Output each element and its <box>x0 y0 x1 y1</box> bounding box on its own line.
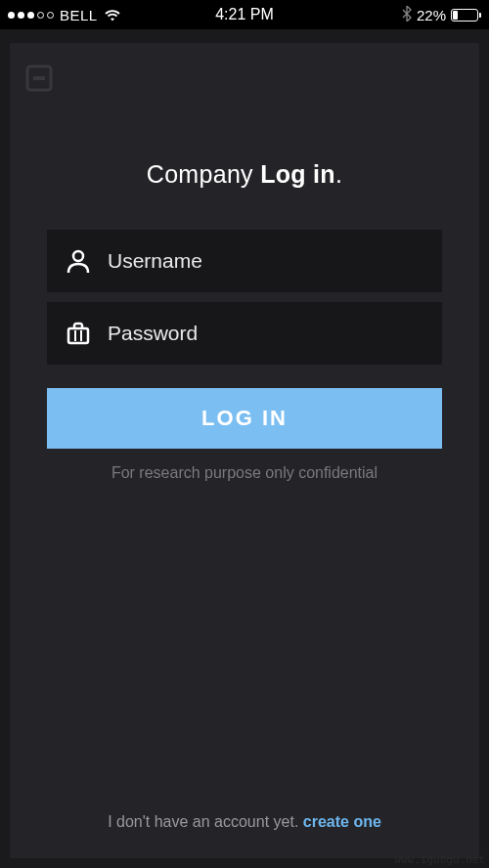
signal-strength-icon <box>8 12 54 19</box>
menu-icon <box>23 63 55 94</box>
status-bar-right: 22% <box>402 6 481 24</box>
footer-text: I don't have an account yet. <box>108 813 303 830</box>
app-screen: Company Log in. <box>10 43 479 858</box>
bluetooth-icon <box>402 6 412 24</box>
login-form: LOG IN For research purpose only confide… <box>47 230 442 482</box>
username-row[interactable] <box>47 230 442 292</box>
login-content: Company Log in. <box>10 98 479 858</box>
svg-point-2 <box>73 251 83 261</box>
battery-percent: 22% <box>417 7 446 23</box>
battery-icon <box>451 9 481 22</box>
briefcase-icon <box>65 320 92 347</box>
login-button[interactable]: LOG IN <box>47 388 442 449</box>
title-suffix: . <box>335 160 342 188</box>
password-input[interactable] <box>92 322 424 345</box>
status-bar-left: BELL <box>8 7 121 23</box>
status-bar: BELL 4:21 PM 22% <box>0 0 489 29</box>
user-icon <box>65 247 92 275</box>
page-title: Company Log in. <box>47 160 442 189</box>
password-row[interactable] <box>47 302 442 365</box>
status-bar-time: 4:21 PM <box>215 6 274 23</box>
username-input[interactable] <box>92 249 424 273</box>
disclaimer-text: For research purpose only confidential <box>47 464 442 482</box>
svg-rect-1 <box>33 76 45 80</box>
wifi-icon <box>104 9 121 22</box>
footer: I don't have an account yet. create one <box>47 813 442 858</box>
menu-button[interactable] <box>20 59 59 98</box>
title-bold: Log in <box>260 160 335 188</box>
watermark: www.iguogu.net <box>394 853 485 866</box>
title-prefix: Company <box>147 160 260 188</box>
carrier-label: BELL <box>60 7 98 23</box>
svg-rect-3 <box>68 328 88 343</box>
create-account-link[interactable]: create one <box>303 813 381 830</box>
